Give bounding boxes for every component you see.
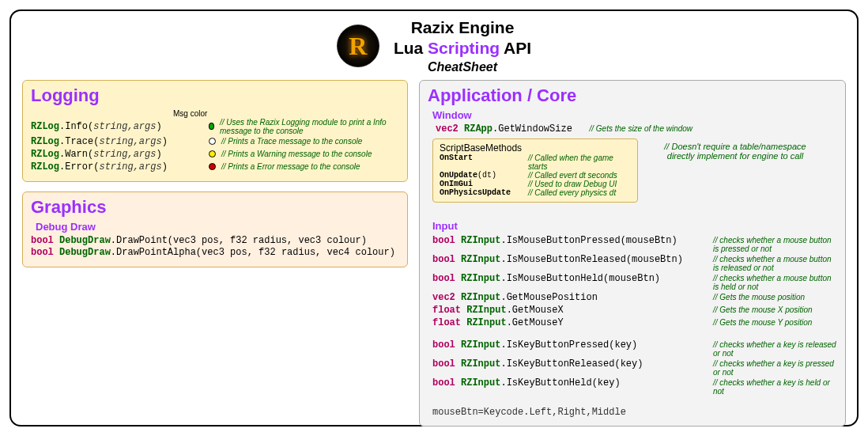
comment: // checks whether a mouse button is rele… [713, 255, 837, 272]
api-signature: bool DebugDraw.DrawPoint(vec3 pos, f32 r… [31, 235, 399, 246]
msg-color-dot [209, 150, 216, 157]
razix-logo-icon: R [337, 25, 379, 67]
comment: // checks whether a key is released or n… [713, 340, 837, 358]
app-title: Application / Core [428, 85, 837, 106]
left-column: Logging Msg color RZLog.Info(string,args… [22, 80, 408, 427]
input-api-row: float RZInput.GetMouseX// Gets the mouse… [432, 304, 837, 317]
app-panel: Application / Core Window vec2 RZApp.Get… [419, 80, 846, 427]
comment: // Prints a Warning message to the conso… [221, 150, 372, 158]
comment: // Prints a Error message to the console [221, 162, 360, 171]
input-mouse-rows: bool RZInput.IsMouseButtonPressed(mouseB… [432, 234, 837, 329]
logging-row: RZLog.Trace(string,args)// Prints a Trac… [31, 135, 399, 148]
window-line: vec2 RZApp.GetWindowSize // Gets the siz… [436, 123, 837, 135]
api-signature: vec2 RZInput.GetMousePosition [432, 292, 713, 303]
namespace: RZApp [464, 123, 492, 135]
api-signature: bool RZInput.IsMouseButtonHeld(mouseBtn) [432, 273, 713, 284]
input-api-row: bool RZInput.IsKeyButtonReleased(key)// … [432, 358, 837, 377]
input-api-row: bool RZInput.IsMouseButtonPressed(mouseB… [432, 234, 837, 253]
title-block: Razix Engine Lua Scripting API CheatShee… [394, 17, 531, 75]
comment: // Gets the mouse Y position [713, 318, 812, 327]
comment: // checks whether a key is held or not [713, 378, 837, 396]
api-signature: bool RZInput.IsKeyButtonPressed(key) [432, 339, 713, 351]
msg-color-dot [209, 138, 216, 145]
title-accent: Scripting [428, 39, 500, 57]
graphics-title: Graphics [31, 197, 399, 218]
title-line1: Razix Engine [394, 17, 531, 38]
input-api-row: bool RZInput.IsMouseButtonReleased(mouse… [432, 253, 837, 272]
script-rows: OnStart// Called when the game startsOnU… [440, 154, 631, 197]
script-method-row: OnUpdate(dt)// Called evert dt seconds [440, 171, 631, 180]
graphics-sub: Debug Draw [36, 221, 399, 233]
api-signature: RZLog.Warn(string,args) [31, 149, 203, 160]
api-signature: RZLog.Trace(string,args) [31, 136, 203, 147]
method-name: GetWindowSize [498, 123, 572, 135]
comment: // Gets the mouse position [713, 293, 805, 301]
script-method-row: OnImGui// Used to draw Debug UI [440, 180, 631, 188]
comment: // Prints a Trace message to the console [221, 137, 362, 146]
script-block: ScriptBaseMethods OnStart// Called when … [428, 135, 837, 203]
msg-color-label: Msg color [173, 109, 542, 118]
columns: Logging Msg color RZLog.Info(string,args… [22, 80, 846, 427]
input-api-row: bool RZInput.IsMouseButtonHeld(mouseBtn)… [432, 272, 837, 291]
input-key-rows: bool RZInput.IsKeyButtonPressed(key)// c… [432, 339, 837, 396]
title-line2-post: API [500, 39, 531, 57]
comment: // Gets the mouse X position [713, 305, 813, 314]
logging-row: RZLog.Info(string,args)// Uses the Razix… [31, 118, 399, 135]
title-bar: R Razix Engine Lua Scripting API CheatSh… [22, 17, 846, 75]
script-base-box: ScriptBaseMethods OnStart// Called when … [432, 138, 638, 203]
graphics-lines: bool DebugDraw.DrawPoint(vec3 pos, f32 r… [31, 235, 399, 258]
title-line2-pre: Lua [394, 39, 428, 57]
input-note: mouseBtn=Keycode.Left,Right,Middle [432, 407, 837, 418]
cheatsheet-frame: R Razix Engine Lua Scripting API CheatSh… [9, 9, 859, 427]
comment: // Uses the Razix Logging module to prin… [220, 118, 399, 135]
input-api-row: bool RZInput.IsKeyButtonPressed(key)// c… [432, 339, 837, 358]
api-signature: RZLog.Info(string,args) [31, 121, 203, 132]
logging-rows: RZLog.Info(string,args)// Uses the Razix… [31, 118, 399, 173]
title-line2: Lua Scripting API [394, 38, 531, 59]
comment: // checks whether a key is pressed or no… [713, 359, 837, 377]
input-api-row: bool RZInput.IsKeyButtonHeld(key)// chec… [432, 377, 837, 396]
logging-title: Logging [31, 85, 399, 106]
graphics-panel: Graphics Debug Draw bool DebugDraw.DrawP… [22, 191, 408, 267]
input-api-row: vec2 RZInput.GetMousePosition// Gets the… [432, 291, 837, 304]
api-signature: bool RZInput.IsKeyButtonReleased(key) [432, 358, 713, 370]
right-column: Application / Core Window vec2 RZApp.Get… [419, 80, 846, 427]
comment: // checks whether a mouse button is held… [713, 274, 837, 291]
comment: // checks whether a mouse button is pres… [713, 236, 837, 253]
input-block: Input bool RZInput.IsMouseButtonPressed(… [428, 220, 837, 418]
msg-color-dot [209, 163, 216, 170]
comment: // Gets the size of the window [589, 124, 693, 133]
input-sub: Input [432, 220, 837, 232]
logging-row: RZLog.Warn(string,args)// Prints a Warni… [31, 148, 399, 161]
logging-row: RZLog.Error(string,args)// Prints a Erro… [31, 161, 399, 173]
logging-panel: Logging Msg color RZLog.Info(string,args… [22, 80, 408, 182]
script-note: // Doesn't require a table/namespace dir… [652, 142, 818, 161]
api-signature: bool DebugDraw.DrawPointAlpha(vec3 pos, … [31, 247, 399, 258]
api-signature: bool RZInput.IsMouseButtonPressed(mouseB… [432, 235, 713, 246]
api-signature: float RZInput.GetMouseX [432, 305, 713, 316]
api-signature: bool RZInput.IsMouseButtonReleased(mouse… [432, 254, 713, 265]
msg-color-dot [209, 123, 214, 130]
api-signature: bool RZInput.IsKeyButtonHeld(key) [432, 377, 713, 389]
title-line3: CheatSheet [394, 59, 531, 75]
input-api-row: float RZInput.GetMouseY// Gets the mouse… [432, 317, 837, 329]
api-signature: float RZInput.GetMouseY [432, 317, 713, 328]
script-legend: ScriptBaseMethods [440, 142, 522, 154]
script-method-row: OnPhysicsUpdate// Called every physics d… [440, 188, 631, 197]
return-type: vec2 [436, 123, 459, 135]
script-method-row: OnStart// Called when the game starts [440, 154, 631, 171]
api-signature: RZLog.Error(string,args) [31, 161, 203, 173]
